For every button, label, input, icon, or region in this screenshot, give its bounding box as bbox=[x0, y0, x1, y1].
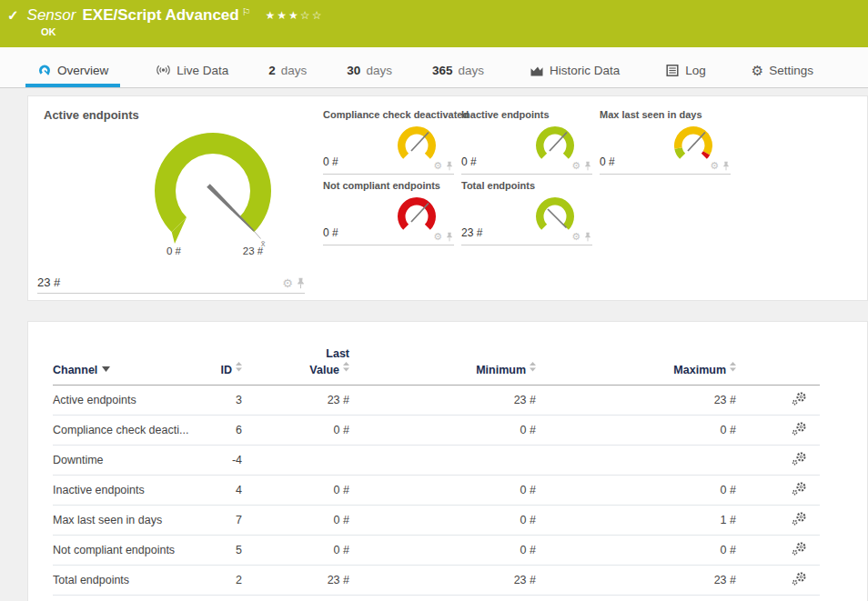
table-row: Inactive endpoints 4 0 # 0 # 0 # bbox=[53, 475, 820, 505]
column-header-settings bbox=[736, 346, 820, 385]
gauge-title: Compliance check deactivated bbox=[323, 109, 454, 120]
channel-min-cell: 0 # bbox=[349, 415, 536, 445]
channel-name-cell[interactable]: Active endpoints bbox=[53, 385, 189, 415]
column-header-minimum[interactable]: Minimum bbox=[349, 346, 536, 385]
channel-last-value-cell: 23 # bbox=[242, 385, 349, 415]
tab-label: Overview bbox=[57, 64, 108, 77]
channel-settings-gears-icon[interactable] bbox=[792, 481, 807, 496]
pin-icon[interactable] bbox=[446, 232, 453, 242]
column-header-channel[interactable]: Channel bbox=[53, 346, 189, 385]
gauge-current-value: 0 # bbox=[461, 155, 477, 168]
column-label: Channel bbox=[53, 364, 97, 376]
tab-label: Historic Data bbox=[550, 64, 620, 77]
channel-last-value-cell bbox=[242, 445, 349, 475]
channel-settings-gears-icon[interactable] bbox=[792, 511, 807, 526]
channel-max-cell bbox=[536, 445, 736, 475]
gauges-card: Active endpoints x̄ 0 # 23 # 23 # ⚙ Comp… bbox=[27, 95, 868, 301]
log-list-icon bbox=[665, 64, 680, 77]
table-row: Active endpoints 3 23 # 23 # 23 # bbox=[53, 385, 820, 415]
gauge-arc bbox=[155, 133, 271, 232]
channel-name-cell[interactable]: Total endpoints bbox=[53, 565, 189, 595]
tab-historic-data[interactable]: Historic Data bbox=[518, 64, 631, 87]
channel-settings-gears-icon[interactable] bbox=[792, 421, 807, 436]
channel-settings-gears-icon[interactable] bbox=[792, 391, 807, 406]
channel-max-cell: 1 # bbox=[536, 505, 736, 535]
channel-max-cell: 0 # bbox=[536, 475, 736, 505]
tab-settings[interactable]: ⚙ Settings bbox=[740, 64, 825, 87]
gauge-settings-gear-icon[interactable]: ⚙ bbox=[433, 161, 442, 171]
gauge-current-value: 23 # bbox=[461, 226, 482, 239]
gauge-title: Max last seen in days bbox=[600, 109, 731, 120]
channel-name-cell[interactable]: Downtime bbox=[53, 445, 189, 475]
gauge-max-label: 23 # bbox=[243, 245, 264, 256]
channel-max-cell: 0 # bbox=[536, 415, 736, 445]
table-row: Compliance check deacti... 6 0 # 0 # 0 # bbox=[53, 415, 820, 445]
sensor-header: ✓ Sensor EXE/Script Advanced ⚐ ★★★☆☆ OK bbox=[0, 0, 868, 47]
pin-icon[interactable] bbox=[584, 161, 591, 171]
channel-min-cell: 0 # bbox=[349, 475, 536, 505]
gauge-settings-gear-icon[interactable]: ⚙ bbox=[433, 232, 442, 242]
gauge-current-value: 0 # bbox=[600, 155, 615, 168]
sort-icon bbox=[730, 362, 736, 372]
pin-icon[interactable] bbox=[446, 161, 453, 171]
chart-icon bbox=[530, 64, 544, 77]
tab-label-unit: days bbox=[366, 64, 392, 77]
column-header-maximum[interactable]: Maximum bbox=[536, 346, 736, 385]
table-row: Total endpoints 2 23 # 23 # 23 # bbox=[53, 565, 820, 595]
gauge-settings-gear-icon[interactable]: ⚙ bbox=[571, 161, 580, 171]
channel-min-cell: 0 # bbox=[349, 505, 536, 535]
gear-icon: ⚙ bbox=[752, 64, 763, 77]
channel-id-cell: 7 bbox=[189, 505, 242, 535]
channel-name-cell[interactable]: Inactive endpoints bbox=[53, 475, 189, 505]
tab-log[interactable]: Log bbox=[653, 64, 718, 87]
channel-name-cell[interactable]: Not compliant endpoints bbox=[53, 535, 189, 565]
channel-min-cell: 23 # bbox=[349, 565, 536, 595]
broadcast-icon bbox=[156, 63, 171, 77]
tab-overview[interactable]: Overview bbox=[25, 64, 120, 87]
channel-name-cell[interactable]: Compliance check deacti... bbox=[53, 415, 189, 445]
channel-id-cell: 5 bbox=[189, 535, 242, 565]
pin-icon[interactable] bbox=[584, 232, 591, 242]
column-label: Maximum bbox=[673, 364, 726, 376]
channel-id-cell: 2 bbox=[189, 565, 242, 595]
channel-name-cell[interactable]: Max last seen in days bbox=[53, 505, 189, 535]
table-row: Not compliant endpoints 5 0 # 0 # 0 # bbox=[53, 535, 820, 565]
column-header-id[interactable]: ID bbox=[189, 346, 242, 385]
channel-settings-gears-icon[interactable] bbox=[792, 571, 807, 586]
channel-min-cell: 0 # bbox=[349, 535, 536, 565]
gauge-title: Total endpoints bbox=[461, 180, 592, 191]
tab-365-days[interactable]: 365 days bbox=[420, 64, 496, 87]
sensor-title: EXE/Script Advanced bbox=[82, 6, 238, 25]
channel-last-value-cell: 0 # bbox=[242, 505, 349, 535]
gauge-panel-active-endpoints: Active endpoints x̄ 0 # 23 # 23 # ⚙ bbox=[37, 104, 323, 300]
channels-card: Channel ID Last Value Minimum Maximum bbox=[27, 321, 868, 601]
tab-label-number: 2 bbox=[268, 64, 276, 77]
gauge-title: Not compliant endpoints bbox=[323, 180, 454, 191]
tab-label: Log bbox=[685, 64, 706, 77]
tab-live-data[interactable]: Live Data bbox=[144, 63, 240, 87]
column-label: Minimum bbox=[476, 364, 526, 376]
channel-max-cell: 0 # bbox=[536, 535, 736, 565]
table-row: Downtime -4 bbox=[53, 445, 820, 475]
tab-2-days[interactable]: 2 days bbox=[257, 64, 318, 87]
gauge-settings-gear-icon[interactable]: ⚙ bbox=[710, 161, 719, 171]
gauge-min-label: 0 # bbox=[167, 245, 182, 256]
status-badge: OK bbox=[41, 26, 868, 37]
channel-max-cell: 23 # bbox=[536, 565, 736, 595]
sort-icon bbox=[343, 362, 349, 372]
tab-label-unit: days bbox=[281, 64, 308, 77]
gauge-needle bbox=[411, 204, 429, 223]
status-check-icon: ✓ bbox=[7, 7, 19, 24]
pin-icon[interactable] bbox=[722, 161, 730, 171]
channel-last-value-cell: 0 # bbox=[242, 415, 349, 445]
column-header-last-value[interactable]: Last Value bbox=[242, 346, 349, 385]
channel-settings-gears-icon[interactable] bbox=[792, 451, 807, 466]
favorite-flag-icon[interactable]: ⚐ bbox=[242, 6, 251, 18]
priority-stars[interactable]: ★★★☆☆ bbox=[266, 9, 324, 22]
channel-table: Channel ID Last Value Minimum Maximum bbox=[53, 346, 820, 596]
tab-30-days[interactable]: 30 days bbox=[335, 64, 404, 87]
gauge-settings-gear-icon[interactable]: ⚙ bbox=[282, 277, 293, 289]
channel-settings-gears-icon[interactable] bbox=[792, 541, 807, 556]
pin-icon[interactable] bbox=[297, 277, 305, 289]
gauge-settings-gear-icon[interactable]: ⚙ bbox=[571, 232, 580, 242]
